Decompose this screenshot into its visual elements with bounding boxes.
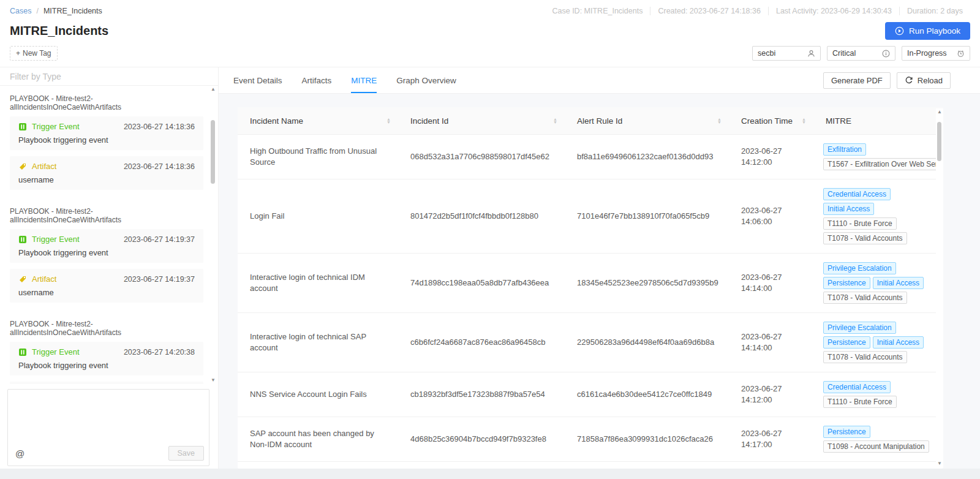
event-description: Playbook triggering event	[18, 361, 195, 370]
playbook-group-label: PLAYBOOK - Mitre-test2-allIncidentsInOne…	[10, 320, 203, 337]
cell-incident-name: Interactive login of technical IDM accou…	[238, 254, 398, 312]
cell-incident-id: 801472d2b5df1f0fcf4fbbdb0f128b80	[398, 179, 565, 253]
breadcrumb-separator: /	[36, 7, 38, 15]
event-description: username	[18, 288, 195, 297]
table-row[interactable]: Login Fail 801472d2b5df1f0fcf4fbbdb0f128…	[238, 179, 943, 254]
trigger-event-icon	[18, 348, 27, 356]
table-row-partial[interactable]	[238, 462, 943, 469]
mitre-tactic-tag: Initial Access	[823, 203, 874, 215]
mitre-technique-tag: T1110 - Brute Force	[823, 217, 897, 230]
table-row[interactable]: Interactive login of technical IDM accou…	[238, 254, 943, 313]
cell-creation-time: 2023-06-27 14:12:00	[729, 372, 813, 417]
breadcrumb: Cases / MITRE_Incidents	[10, 7, 102, 15]
breadcrumb-link-cases[interactable]: Cases	[10, 7, 31, 15]
cell-mitre	[813, 462, 943, 469]
event-card-trigger[interactable]: Trigger Event 2023-06-27 14:18:36 Playbo…	[10, 116, 203, 150]
cell-incident-name: Interactive login of technical SAP accou…	[238, 313, 398, 372]
play-circle-icon	[895, 26, 904, 36]
case-meta: Case ID: MITRE_Incidents Created: 2023-0…	[545, 7, 970, 15]
table-row[interactable]: Interactive login of technical SAP accou…	[238, 313, 943, 372]
event-card-artifact[interactable]: Artifact 2023-06-27 14:19:37 username	[10, 269, 203, 303]
tab-mitre[interactable]: MITRE	[351, 67, 377, 93]
tab-event-details[interactable]: Event Details	[233, 67, 282, 93]
new-tag-label: New Tag	[23, 49, 51, 58]
cell-incident-name: SAP account has been changed by Non-IDM …	[238, 417, 398, 461]
trigger-event-icon	[18, 123, 27, 131]
scroll-down-icon[interactable]: ▼	[211, 377, 216, 384]
comment-input[interactable]	[8, 390, 209, 442]
cell-incident-name: NNS Service Account Login Fails	[238, 372, 398, 417]
scroll-up-icon[interactable]: ▲	[211, 86, 216, 93]
save-button[interactable]: Save	[168, 446, 205, 461]
column-header-incident-name[interactable]: Incident Name ▲▼	[238, 107, 398, 134]
event-card-artifact[interactable]: Artifact 2023-06-27 14:20:39 username	[10, 382, 203, 384]
event-type-label: Trigger Event	[32, 235, 80, 244]
playbook-group-label: PLAYBOOK - Mitre-test2-allIncidentsInOne…	[10, 94, 203, 111]
mitre-tactic-tag: Privilege Escalation	[823, 322, 896, 334]
table-scrollbar[interactable]: ▲ ▼	[936, 108, 943, 467]
column-header-incident-id[interactable]: Incident Id ▲▼	[398, 107, 565, 134]
run-playbook-label: Run Playbook	[909, 26, 960, 36]
reload-label: Reload	[918, 76, 943, 85]
filter-input[interactable]	[0, 67, 218, 86]
event-card-trigger[interactable]: Trigger Event 2023-06-27 14:19:37 Playbo…	[10, 229, 203, 263]
sidebar-scrollbar[interactable]: ▲ ▼	[209, 86, 217, 384]
cell-creation-time: 2023-06-27 14:12:00	[729, 135, 813, 179]
table-row[interactable]: High Outbound Traffic from Unusual Sourc…	[238, 135, 943, 179]
table-row[interactable]: NNS Service Account Login Fails cb18932b…	[238, 372, 943, 417]
cell-mitre: Privilege Escalation Persistence Initial…	[813, 254, 943, 312]
generate-pdf-button[interactable]: Generate PDF	[823, 72, 891, 89]
case-last-activity-label: Last Activity: 2023-06-29 14:30:43	[768, 7, 899, 15]
assignee-select[interactable]: secbi	[752, 46, 821, 61]
severity-value: Critical	[832, 49, 856, 58]
mitre-tactic-tag: Credential Access	[823, 381, 891, 393]
event-timestamp: 2023-06-27 14:19:37	[124, 275, 195, 284]
mitre-tab-content: Incident Name ▲▼ Incident Id ▲▼ Alert Ru…	[219, 94, 980, 469]
case-main: Event Details Artifacts MITRE Graph Over…	[219, 67, 980, 469]
event-card-artifact[interactable]: Artifact 2023-06-27 14:18:36 username	[10, 156, 203, 190]
page-title: MITRE_Incidents	[10, 24, 108, 38]
status-value: In-Progress	[907, 49, 947, 58]
severity-select[interactable]: Critical	[827, 46, 895, 61]
cell-creation-time: 2023-06-27 14:14:00	[729, 254, 813, 312]
mitre-technique-tag: T1098 - Account Manipulation	[823, 440, 929, 453]
column-header-mitre: MITRE	[813, 107, 943, 134]
user-icon	[807, 50, 815, 58]
sort-icon: ▲▼	[802, 118, 806, 124]
event-timestamp: 2023-06-27 14:20:38	[124, 348, 195, 356]
cell-mitre: Privilege Escalation Persistence Initial…	[813, 313, 943, 372]
column-label: MITRE	[826, 116, 851, 126]
event-card-trigger[interactable]: Trigger Event 2023-06-27 14:20:38 Playbo…	[10, 342, 203, 375]
cell-mitre: Exfiltration T1567 - Exfiltration Over W…	[813, 135, 943, 179]
cell-incident-name: High Outbound Traffic from Unusual Sourc…	[238, 135, 398, 179]
column-header-alert-rule-id[interactable]: Alert Rule Id ▲▼	[565, 107, 729, 134]
tab-graph-overview[interactable]: Graph Overview	[396, 67, 456, 93]
column-header-creation-time[interactable]: Creation Time ▲▼	[729, 107, 813, 134]
status-select[interactable]: In-Progress	[902, 46, 970, 61]
case-duration-label: Duration: 2 days	[899, 7, 970, 15]
mitre-tactic-tag: Initial Access	[873, 336, 924, 349]
tab-artifacts[interactable]: Artifacts	[302, 67, 332, 93]
cell-incident-name: Login Fail	[238, 179, 398, 253]
table-row[interactable]: SAP account has been changed by Non-IDM …	[238, 417, 943, 462]
cell-incident-id	[398, 462, 565, 469]
case-id-label: Case ID: MITRE_Incidents	[545, 7, 650, 15]
table-header-row: Incident Name ▲▼ Incident Id ▲▼ Alert Ru…	[238, 107, 943, 135]
reload-button[interactable]: Reload	[897, 72, 951, 89]
sort-icon: ▲▼	[386, 118, 391, 124]
mitre-tactic-tag: Exfiltration	[823, 143, 866, 156]
event-type-label: Artifact	[32, 274, 56, 284]
scroll-down-icon[interactable]: ▼	[937, 460, 942, 467]
column-label: Incident Id	[410, 116, 448, 126]
new-tag-button[interactable]: + New Tag	[10, 46, 58, 61]
run-playbook-button[interactable]: Run Playbook	[885, 22, 970, 40]
mention-icon[interactable]: @	[15, 448, 24, 459]
mitre-tactic-tag: Persistence	[823, 277, 870, 289]
cell-alert-rule-id: 229506283a96d4498ef64f0aa69d6b8a	[565, 313, 729, 372]
plus-icon: +	[16, 49, 20, 58]
cell-incident-id: 74d1898cc198eaa05a8db77afb436eea	[398, 254, 565, 312]
mitre-technique-tag: T1567 - Exfiltration Over Web Service	[823, 158, 943, 170]
scroll-up-icon[interactable]: ▲	[937, 108, 942, 116]
incident-table: Incident Name ▲▼ Incident Id ▲▼ Alert Ru…	[238, 107, 943, 469]
cell-alert-rule-id: 71858a7f86ea3099931dc1026cfaca26	[565, 417, 729, 461]
